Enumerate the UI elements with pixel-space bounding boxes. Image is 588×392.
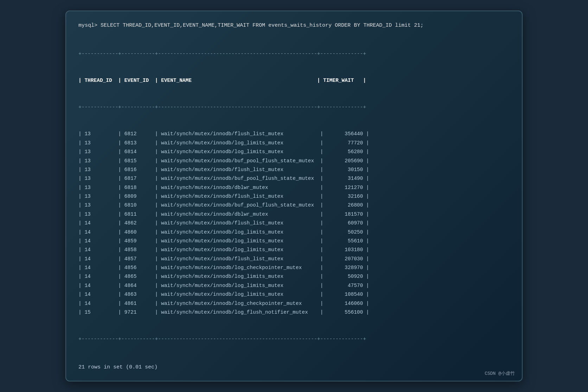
table-header: | THREAD_ID | EVENT_ID | EVENT_NAME | TI… (78, 76, 510, 85)
table-row: | 14 | 4858 | wait/synch/mutex/innodb/lo… (78, 246, 510, 254)
table-row: | 13 | 6811 | wait/synch/mutex/innodb/db… (78, 210, 510, 219)
result-summary: 21 rows in set (0.01 sec) (78, 364, 510, 370)
table-row: | 13 | 6810 | wait/synch/mutex/innodb/bu… (78, 201, 510, 210)
table-row: | 14 | 4865 | wait/synch/mutex/innodb/lo… (78, 272, 510, 281)
table-row: | 14 | 4862 | wait/synch/mutex/innodb/fl… (78, 219, 510, 228)
sql-command: mysql> SELECT THREAD_ID,EVENT_ID,EVENT_N… (78, 22, 510, 30)
table-row: | 13 | 6816 | wait/synch/mutex/innodb/fl… (78, 165, 510, 174)
table-row: | 13 | 6818 | wait/synch/mutex/innodb/db… (78, 183, 510, 192)
table-row: | 14 | 4860 | wait/synch/mutex/innodb/lo… (78, 228, 510, 237)
table-row: | 14 | 4859 | wait/synch/mutex/innodb/lo… (78, 237, 510, 246)
table-row: | 14 | 4863 | wait/synch/mutex/innodb/lo… (78, 290, 510, 299)
separator-top: +------------+-----------+--------------… (78, 50, 510, 58)
watermark: CSDN @小虚竹 (485, 370, 515, 377)
table-rows-container: | 13 | 6812 | wait/synch/mutex/innodb/fl… (78, 130, 510, 317)
table-row: | 13 | 6809 | wait/synch/mutex/innodb/fl… (78, 192, 510, 201)
table-row: | 14 | 4857 | wait/synch/mutex/innodb/fl… (78, 255, 510, 263)
terminal-window: mysql> SELECT THREAD_ID,EVENT_ID,EVENT_N… (65, 11, 523, 381)
table-row: | 14 | 4864 | wait/synch/mutex/innodb/lo… (78, 281, 510, 290)
table-row: | 14 | 4856 | wait/synch/mutex/innodb/lo… (78, 263, 510, 272)
table-row: | 13 | 6817 | wait/synch/mutex/innodb/bu… (78, 174, 510, 183)
table-row: | 15 | 9721 | wait/synch/mutex/innodb/lo… (78, 308, 510, 317)
table-output: +------------+-----------+--------------… (78, 32, 510, 361)
table-row: | 13 | 6812 | wait/synch/mutex/innodb/fl… (78, 130, 510, 138)
table-row: | 13 | 6814 | wait/synch/mutex/innodb/lo… (78, 148, 510, 156)
table-row: | 14 | 4861 | wait/synch/mutex/innodb/lo… (78, 299, 510, 308)
separator-bottom: +------------+-----------+--------------… (78, 335, 510, 344)
table-row: | 13 | 6813 | wait/synch/mutex/innodb/lo… (78, 139, 510, 148)
separator-mid: +------------+-----------+--------------… (78, 103, 510, 112)
table-row: | 13 | 6815 | wait/synch/mutex/innodb/bu… (78, 157, 510, 165)
